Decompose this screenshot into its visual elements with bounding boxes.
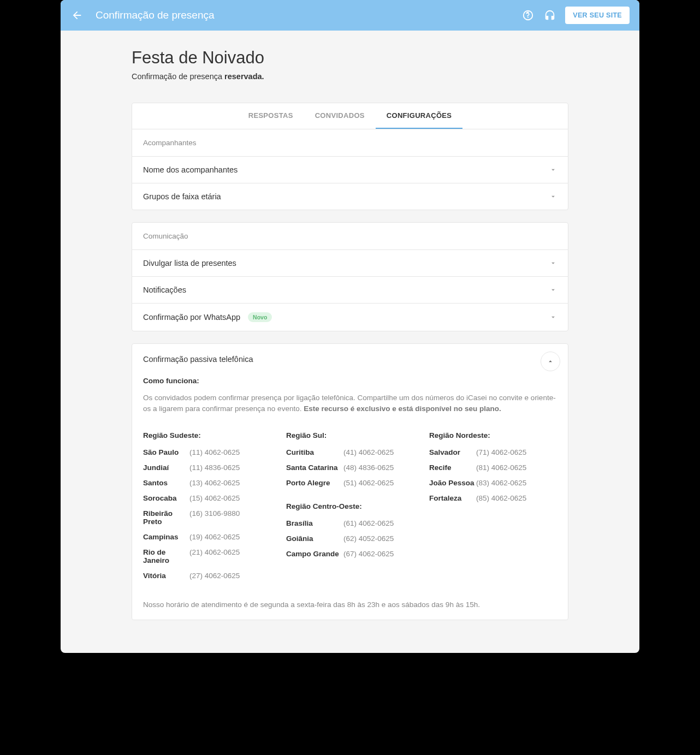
phone-city: Curitiba <box>286 448 343 456</box>
phone-number: (27) 4062-0625 <box>189 572 240 580</box>
como-funciona-label: Como funciona: <box>143 377 557 385</box>
help-icon[interactable] <box>521 9 535 22</box>
comunicacao-card: Comunicação Divulgar lista de presentes … <box>132 222 568 331</box>
subtitle-bold: reservada. <box>224 72 264 81</box>
chevron-up-icon <box>547 358 554 365</box>
hours-text: Nosso horário de atendimento é de segund… <box>143 601 557 609</box>
phone-city: Brasília <box>286 519 343 527</box>
phone-city: Vitória <box>143 572 189 580</box>
phone-row: Recife(81) 4062-0625 <box>429 463 557 472</box>
telefone-title: Confirmação passiva telefônica <box>143 355 557 364</box>
telefone-desc: Os convidados podem confirmar presença p… <box>143 393 557 415</box>
phone-city: Campinas <box>143 533 189 541</box>
phone-row: Jundiaí(11) 4836-0625 <box>143 463 271 472</box>
phone-number: (15) 4062-0625 <box>189 494 240 502</box>
phone-city: João Pessoa <box>429 479 476 487</box>
phone-row: Vitória(27) 4062-0625 <box>143 572 271 580</box>
phone-number: (85) 4062-0625 <box>476 494 526 502</box>
phone-number: (21) 4062-0625 <box>189 548 240 564</box>
phone-number: (71) 4062-0625 <box>476 448 526 456</box>
row-label: Notificações <box>143 286 186 294</box>
phone-row: Goiânia(62) 4052-0625 <box>286 534 414 543</box>
region-nordeste-title: Região Nordeste: <box>429 431 557 439</box>
phone-row: Santa Catarina(48) 4836-0625 <box>286 463 414 472</box>
app-window: Confirmação de presença VER SEU SITE Fes… <box>61 0 639 653</box>
tab-respostas[interactable]: RESPOSTAS <box>238 103 304 129</box>
header-title: Confirmação de presença <box>96 9 521 21</box>
phone-city: Santos <box>143 479 189 487</box>
chevron-down-icon <box>549 259 557 267</box>
phone-row: Santos(13) 4062-0625 <box>143 479 271 487</box>
back-arrow-icon[interactable] <box>70 9 84 22</box>
support-icon[interactable] <box>543 9 556 22</box>
phone-row: Campo Grande(67) 4062-0625 <box>286 550 414 558</box>
phone-number: (51) 4062-0625 <box>343 479 394 487</box>
section-comunicacao-header: Comunicação <box>132 223 568 250</box>
app-header: Confirmação de presença VER SEU SITE <box>61 0 639 31</box>
section-acompanhantes-header: Acompanhantes <box>132 129 568 157</box>
whatsapp-label: Confirmação por WhatsApp <box>143 313 240 322</box>
region-col-middle: Região Sul: Curitiba(41) 4062-0625Santa … <box>286 431 414 595</box>
tabs: RESPOSTAS CONVIDADOS CONFIGURAÇÕES <box>132 103 568 129</box>
row-divulgar-lista[interactable]: Divulgar lista de presentes <box>132 250 568 277</box>
phone-city: Fortaleza <box>429 494 476 502</box>
novo-badge: Novo <box>248 312 272 322</box>
phone-city: Salvador <box>429 448 476 456</box>
phone-city: Goiânia <box>286 534 343 543</box>
phone-city: Sorocaba <box>143 494 189 502</box>
header-actions: VER SEU SITE <box>521 7 630 24</box>
phone-city: Recife <box>429 463 476 472</box>
row-label: Divulgar lista de presentes <box>143 259 236 267</box>
phone-number: (11) 4836-0625 <box>189 463 240 472</box>
main-content: Festa de Noivado Confirmação de presença… <box>61 31 639 653</box>
region-sudeste-title: Região Sudeste: <box>143 431 271 439</box>
subtitle-prefix: Confirmação de presença <box>132 72 224 81</box>
phone-number: (41) 4062-0625 <box>343 448 394 456</box>
tabs-card: RESPOSTAS CONVIDADOS CONFIGURAÇÕES Acomp… <box>132 103 568 210</box>
phone-city: Porto Alegre <box>286 479 343 487</box>
chevron-down-icon <box>549 193 557 200</box>
chevron-down-icon <box>549 286 557 294</box>
region-col-nordeste: Região Nordeste: Salvador(71) 4062-0625R… <box>429 431 557 595</box>
phone-number: (61) 4062-0625 <box>343 519 394 527</box>
row-notificacoes[interactable]: Notificações <box>132 277 568 304</box>
page-subtitle: Confirmação de presença reservada. <box>132 72 568 81</box>
row-label: Grupos de faixa etária <box>143 192 221 201</box>
desc-bold: Este recurso é exclusivo e está disponív… <box>304 405 501 413</box>
phone-row: João Pessoa(83) 4062-0625 <box>429 479 557 487</box>
phone-row: Campinas(19) 4062-0625 <box>143 533 271 541</box>
row-nome-acompanhantes[interactable]: Nome dos acompanhantes <box>132 157 568 183</box>
phone-city: São Paulo <box>143 448 189 456</box>
phone-row: Porto Alegre(51) 4062-0625 <box>286 479 414 487</box>
collapse-button[interactable] <box>541 352 560 371</box>
page-title: Festa de Noivado <box>132 48 568 68</box>
phone-row: Fortaleza(85) 4062-0625 <box>429 494 557 502</box>
view-site-button[interactable]: VER SEU SITE <box>565 7 630 24</box>
phone-row: Rio de Janeiro(21) 4062-0625 <box>143 548 271 564</box>
row-label: Nome dos acompanhantes <box>143 165 238 174</box>
region-centro-oeste-title: Região Centro-Oeste: <box>286 502 414 510</box>
phone-city: Jundiaí <box>143 463 189 472</box>
tab-convidados[interactable]: CONVIDADOS <box>304 103 376 129</box>
region-col-sudeste: Região Sudeste: São Paulo(11) 4062-0625J… <box>143 431 271 595</box>
row-label: Confirmação por WhatsApp Novo <box>143 312 272 322</box>
phone-city: Ribeirão Preto <box>143 509 189 526</box>
chevron-down-icon <box>549 313 557 321</box>
row-whatsapp[interactable]: Confirmação por WhatsApp Novo <box>132 304 568 331</box>
phone-row: Salvador(71) 4062-0625 <box>429 448 557 456</box>
row-grupos-faixa[interactable]: Grupos de faixa etária <box>132 183 568 210</box>
phone-row: Curitiba(41) 4062-0625 <box>286 448 414 456</box>
regions-grid: Região Sudeste: São Paulo(11) 4062-0625J… <box>143 431 557 595</box>
phone-row: Sorocaba(15) 4062-0625 <box>143 494 271 502</box>
chevron-down-icon <box>549 166 557 174</box>
phone-city: Rio de Janeiro <box>143 548 189 564</box>
phone-number: (48) 4836-0625 <box>343 463 394 472</box>
phone-number: (62) 4052-0625 <box>343 534 394 543</box>
phone-number: (13) 4062-0625 <box>189 479 240 487</box>
phone-number: (81) 4062-0625 <box>476 463 526 472</box>
phone-row: Brasília(61) 4062-0625 <box>286 519 414 527</box>
phone-row: São Paulo(11) 4062-0625 <box>143 448 271 456</box>
tab-configuracoes[interactable]: CONFIGURAÇÕES <box>376 103 462 129</box>
phone-number: (16) 3106-9880 <box>189 509 240 526</box>
telefone-card: Confirmação passiva telefônica Como func… <box>132 343 568 620</box>
